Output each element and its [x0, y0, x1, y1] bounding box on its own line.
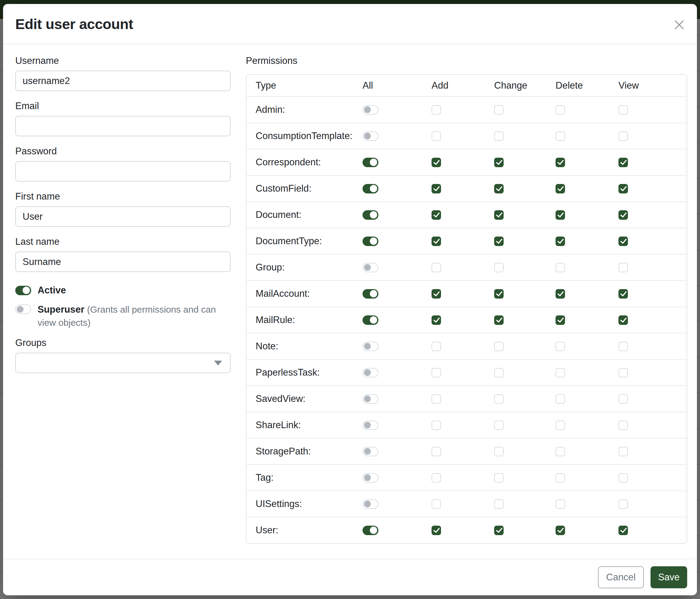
permission-delete-checkbox[interactable]	[555, 342, 565, 351]
permission-change-checkbox[interactable]	[494, 210, 504, 220]
column-header-view: View	[608, 80, 686, 91]
permission-add-checkbox[interactable]	[431, 105, 441, 115]
permission-delete-checkbox[interactable]	[555, 368, 565, 378]
permission-all-toggle[interactable]	[362, 289, 378, 298]
permission-delete-checkbox[interactable]	[555, 210, 565, 220]
permission-view-checkbox[interactable]	[619, 184, 628, 193]
permission-all-toggle[interactable]	[362, 368, 378, 378]
permission-view-checkbox[interactable]	[619, 210, 628, 220]
permission-delete-checkbox[interactable]	[555, 499, 565, 509]
active-toggle[interactable]	[15, 286, 31, 295]
permission-delete-checkbox[interactable]	[555, 447, 565, 456]
permission-change-checkbox[interactable]	[494, 289, 504, 298]
groups-select[interactable]	[15, 353, 231, 373]
permission-add-checkbox[interactable]	[431, 342, 441, 351]
permission-change-checkbox[interactable]	[494, 131, 504, 141]
permission-view-checkbox[interactable]	[619, 368, 628, 378]
close-button[interactable]	[673, 18, 686, 31]
permission-delete-checkbox[interactable]	[555, 526, 565, 535]
permission-change-checkbox[interactable]	[494, 394, 504, 404]
permission-view-checkbox[interactable]	[619, 499, 628, 509]
password-input[interactable]	[15, 161, 231, 182]
permission-view-checkbox[interactable]	[619, 447, 628, 456]
permission-all-toggle[interactable]	[362, 473, 378, 483]
permission-all-toggle[interactable]	[362, 131, 378, 141]
permission-all-toggle[interactable]	[362, 237, 378, 246]
column-header-add: Add	[421, 80, 483, 91]
permission-change-checkbox[interactable]	[494, 105, 504, 115]
permission-view-checkbox[interactable]	[619, 237, 628, 246]
permission-all-toggle[interactable]	[362, 105, 378, 115]
permission-view-checkbox[interactable]	[619, 105, 628, 115]
first-name-input[interactable]	[15, 206, 231, 227]
permission-add-checkbox[interactable]	[431, 447, 441, 456]
permission-view-checkbox[interactable]	[619, 263, 628, 272]
permission-view-checkbox[interactable]	[619, 289, 628, 298]
permission-change-checkbox[interactable]	[494, 184, 504, 193]
permission-add-checkbox[interactable]	[431, 263, 441, 272]
permission-delete-checkbox[interactable]	[555, 237, 565, 246]
permission-all-toggle[interactable]	[362, 210, 378, 220]
permission-add-checkbox[interactable]	[431, 499, 441, 509]
active-row: Active	[15, 285, 231, 296]
permission-add-checkbox[interactable]	[431, 526, 441, 535]
permission-all-toggle[interactable]	[362, 342, 378, 351]
permission-delete-checkbox[interactable]	[555, 394, 565, 404]
permission-delete-checkbox[interactable]	[555, 263, 565, 272]
permission-delete-checkbox[interactable]	[555, 473, 565, 483]
permission-delete-checkbox[interactable]	[555, 105, 565, 115]
permission-change-checkbox[interactable]	[494, 526, 504, 535]
permission-change-checkbox[interactable]	[494, 158, 504, 167]
permission-add-checkbox[interactable]	[431, 210, 441, 220]
permission-add-checkbox[interactable]	[431, 237, 441, 246]
permission-add-checkbox[interactable]	[431, 289, 441, 298]
permission-change-checkbox[interactable]	[494, 473, 504, 483]
permission-view-checkbox[interactable]	[619, 342, 628, 351]
permission-add-checkbox[interactable]	[431, 131, 441, 141]
permission-delete-checkbox[interactable]	[555, 184, 565, 193]
permission-view-checkbox[interactable]	[619, 394, 628, 404]
permission-delete-checkbox[interactable]	[555, 158, 565, 167]
permission-all-toggle[interactable]	[362, 315, 378, 325]
permission-delete-checkbox[interactable]	[555, 131, 565, 141]
permission-change-checkbox[interactable]	[494, 315, 504, 325]
email-input[interactable]	[15, 116, 231, 136]
permission-change-checkbox[interactable]	[494, 342, 504, 351]
permission-view-checkbox[interactable]	[619, 315, 628, 325]
permission-all-toggle[interactable]	[362, 184, 378, 193]
permission-add-checkbox[interactable]	[431, 394, 441, 404]
permission-add-checkbox[interactable]	[431, 421, 441, 430]
permission-view-checkbox[interactable]	[619, 473, 628, 483]
permission-all-toggle[interactable]	[362, 526, 378, 535]
permission-all-toggle[interactable]	[362, 263, 378, 272]
permission-change-checkbox[interactable]	[494, 237, 504, 246]
permission-delete-checkbox[interactable]	[555, 289, 565, 298]
permission-add-checkbox[interactable]	[431, 473, 441, 483]
user-form: Username Email Password First name Last …	[15, 55, 231, 559]
save-button[interactable]: Save	[651, 566, 687, 588]
superuser-toggle[interactable]	[15, 304, 31, 314]
permission-view-checkbox[interactable]	[619, 421, 628, 430]
permission-delete-checkbox[interactable]	[555, 421, 565, 430]
permission-change-checkbox[interactable]	[494, 368, 504, 378]
permission-all-toggle[interactable]	[362, 447, 378, 456]
permission-add-checkbox[interactable]	[431, 184, 441, 193]
permission-add-checkbox[interactable]	[431, 368, 441, 378]
permission-all-toggle[interactable]	[362, 499, 378, 509]
permission-delete-checkbox[interactable]	[555, 315, 565, 325]
permission-view-checkbox[interactable]	[619, 526, 628, 535]
permission-add-checkbox[interactable]	[431, 158, 441, 167]
username-input[interactable]	[15, 71, 231, 91]
permission-view-checkbox[interactable]	[619, 131, 628, 141]
permission-change-checkbox[interactable]	[494, 421, 504, 430]
permission-all-toggle[interactable]	[362, 394, 378, 404]
permission-all-toggle[interactable]	[362, 421, 378, 430]
permission-change-checkbox[interactable]	[494, 499, 504, 509]
permission-add-checkbox[interactable]	[431, 315, 441, 325]
permission-change-checkbox[interactable]	[494, 263, 504, 272]
last-name-input[interactable]	[15, 251, 231, 272]
permission-change-checkbox[interactable]	[494, 447, 504, 456]
permission-view-checkbox[interactable]	[619, 158, 628, 167]
permission-all-toggle[interactable]	[362, 158, 378, 167]
cancel-button[interactable]: Cancel	[598, 566, 644, 588]
